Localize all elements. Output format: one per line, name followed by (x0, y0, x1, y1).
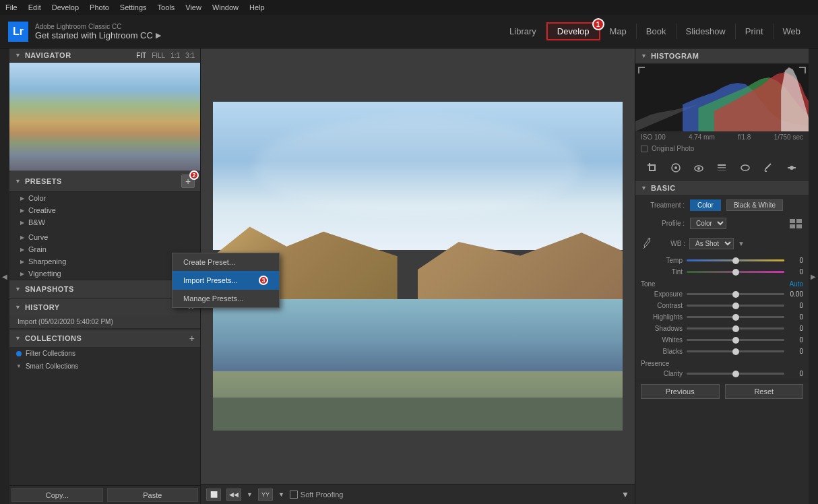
paste-button[interactable]: Paste (107, 488, 199, 502)
blacks-track[interactable] (687, 350, 784, 352)
bw-treatment-button[interactable]: Black & White (726, 199, 783, 211)
treatment-row: Treatment : Color Black & White (635, 196, 809, 215)
collections-add-button[interactable]: + (189, 333, 195, 344)
module-library[interactable]: Library (500, 24, 546, 39)
left-panel-collapse[interactable]: ◀ (0, 49, 9, 504)
context-create-preset[interactable]: Create Preset... (172, 253, 279, 271)
wb-select[interactable]: As Shot (689, 238, 734, 249)
module-develop[interactable]: Develop 1 (546, 22, 600, 40)
exposure-thumb[interactable] (732, 291, 739, 298)
basic-header[interactable]: ▼ Basic (635, 181, 809, 196)
copy-paste-bar: Copy... Paste (9, 485, 200, 504)
collections-header[interactable]: ▼ Collections + (9, 329, 200, 347)
menu-file[interactable]: File (5, 3, 18, 11)
menu-window[interactable]: Window (212, 3, 239, 11)
highlights-label: Highlights (641, 313, 683, 321)
wb-row: WB : As Shot ▼ (635, 232, 809, 255)
clarity-thumb[interactable] (732, 371, 739, 377)
right-panel-collapse[interactable]: ▶ (809, 49, 818, 504)
temp-thumb[interactable] (732, 257, 739, 264)
preset-color[interactable]: ▶ Color (9, 192, 200, 204)
context-import-presets[interactable]: Import Presets... 3 (172, 271, 279, 290)
svg-line-17 (765, 164, 771, 169)
preset-curve[interactable]: ▶ Curve (9, 231, 200, 243)
profile-select[interactable]: Color (690, 218, 726, 229)
shadows-thumb[interactable] (732, 325, 739, 332)
module-book[interactable]: Book (637, 24, 677, 39)
adjustment-brush-tool[interactable] (760, 160, 776, 176)
color-treatment-button[interactable]: Color (690, 199, 721, 211)
tint-slider-row: Tint 0 (635, 266, 809, 278)
original-photo-row: Original Photo (635, 143, 809, 156)
blacks-value: 0 (788, 348, 803, 355)
eyedropper-tool[interactable] (641, 235, 654, 251)
menu-edit[interactable]: Edit (28, 3, 41, 11)
nav-1-1[interactable]: 1:1 (170, 52, 180, 59)
preset-creative[interactable]: ▶ Creative (9, 204, 200, 216)
profile-grid-button[interactable] (790, 219, 803, 228)
module-map[interactable]: Map (600, 24, 637, 39)
history-title: History (25, 303, 60, 311)
whites-track[interactable] (687, 339, 784, 341)
menu-view[interactable]: View (185, 3, 201, 11)
histogram-info: ISO 100 4.74 mm f/1.8 1/750 sec (635, 131, 809, 143)
crop-icon (647, 162, 658, 173)
previous-button[interactable]: Previous (641, 384, 720, 399)
exposure-track[interactable] (687, 293, 784, 295)
preset-bw[interactable]: ▶ B&W (9, 216, 200, 228)
presets-header[interactable]: ▼ Presets + 2 (9, 170, 200, 192)
nav-fill[interactable]: FILL (152, 52, 165, 59)
app-name: Adobe Lightroom Classic CC (35, 23, 161, 30)
navigator-header[interactable]: ▼ Navigator FIT FILL 1:1 3:1 (9, 49, 200, 63)
soft-proofing-toggle[interactable]: Soft Proofing (290, 491, 344, 499)
nav-3-1[interactable]: 3:1 (185, 52, 195, 59)
soft-proof-checkbox[interactable] (290, 491, 298, 499)
toolbar-sep1: ▼ (247, 491, 253, 498)
shadows-track[interactable] (687, 327, 784, 329)
menu-tools[interactable]: Tools (158, 3, 175, 11)
add-preset-button[interactable]: + 2 (181, 175, 195, 188)
whites-thumb[interactable] (732, 337, 739, 344)
nav-fit[interactable]: FIT (136, 52, 146, 59)
spot-heal-tool[interactable] (668, 160, 684, 176)
menu-settings[interactable]: Settings (120, 3, 147, 11)
svg-rect-14 (718, 167, 726, 168)
tint-thumb[interactable] (732, 269, 739, 276)
blacks-thumb[interactable] (732, 348, 739, 355)
module-slideshow[interactable]: Slideshow (677, 24, 736, 39)
toolbar-expand-arrow[interactable]: ▼ (621, 490, 629, 499)
svg-rect-15 (718, 170, 726, 170)
toolbar-yy-btn[interactable]: YY (258, 489, 273, 501)
temp-value: 0 (788, 257, 803, 264)
temp-track[interactable] (687, 259, 784, 261)
crop-tool[interactable] (644, 160, 660, 176)
histogram-header[interactable]: ▼ Histogram (635, 49, 809, 64)
graduated-filter-tool[interactable] (714, 160, 730, 176)
highlights-slider-row: Highlights 0 (635, 311, 809, 323)
module-web[interactable]: Web (774, 24, 811, 39)
highlights-track[interactable] (687, 316, 784, 318)
tint-track[interactable] (687, 271, 784, 273)
contrast-thumb[interactable] (732, 303, 739, 309)
radial-filter-tool[interactable] (737, 160, 753, 176)
menu-photo[interactable]: Photo (90, 3, 109, 11)
reset-button[interactable]: Reset (725, 384, 804, 399)
auto-button[interactable]: Auto (789, 280, 803, 288)
navigator-options: FIT FILL 1:1 3:1 (136, 52, 195, 59)
contrast-value: 0 (788, 302, 803, 309)
highlights-thumb[interactable] (732, 314, 739, 321)
original-photo-checkbox[interactable] (641, 146, 648, 152)
menu-develop[interactable]: Develop (52, 3, 79, 11)
module-print[interactable]: Print (736, 24, 774, 39)
toolbar-crop-btn[interactable]: ⬜ (206, 489, 221, 501)
range-mask-tool[interactable] (784, 160, 800, 176)
toolbar-prev-btn[interactable]: ◀◀ (226, 489, 241, 501)
red-eye-tool[interactable] (691, 160, 707, 176)
menu-help[interactable]: Help (249, 3, 265, 11)
svg-rect-20 (790, 219, 795, 223)
contrast-track[interactable] (687, 305, 784, 307)
treatment-label: Treatment : (641, 201, 685, 209)
context-manage-presets[interactable]: Manage Presets... (172, 290, 279, 307)
clarity-track[interactable] (687, 373, 784, 375)
copy-button[interactable]: Copy... (11, 488, 103, 502)
